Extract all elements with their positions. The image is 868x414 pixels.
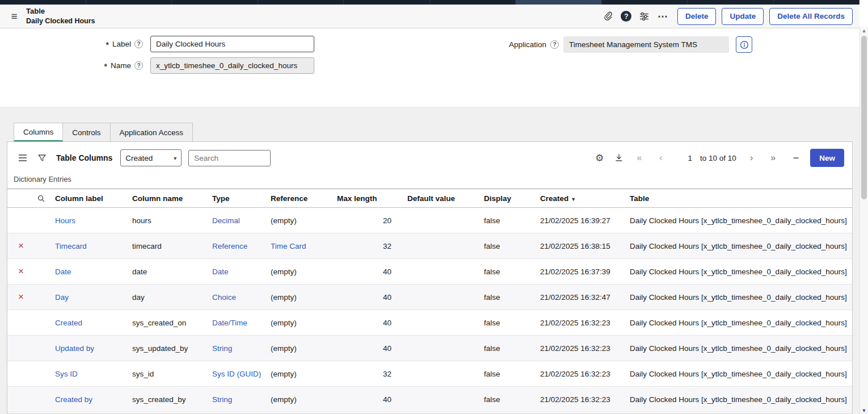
type-cell: Decimal [212,208,271,233]
new-button[interactable]: New [810,149,844,167]
vertical-scrollbar[interactable]: ▲ ▼ [859,27,868,414]
search-icon[interactable] [33,191,48,206]
list-settings-gear-icon[interactable]: ⚙ [592,150,607,165]
label-help-icon[interactable]: ? [134,40,143,48]
filter-funnel-icon[interactable] [35,150,49,165]
tab-controls[interactable]: Controls [63,123,110,142]
column-label-link[interactable]: Sys ID [55,370,78,378]
column-name-cell: sys_id [132,361,212,387]
collapse-list-icon[interactable]: − [793,152,799,164]
scrollbar-thumb[interactable] [861,36,867,199]
name-input[interactable] [150,57,314,74]
list-menu-icon[interactable] [15,150,30,165]
table-row: Updated bysys_updated_byString(empty)40f… [7,336,852,361]
header-max-length[interactable]: Max length [337,189,407,208]
header-column-name[interactable]: Column name [132,189,212,208]
header-display[interactable]: Display [484,189,540,208]
label-input[interactable] [150,36,314,52]
export-download-icon[interactable] [612,150,626,165]
header-type[interactable]: Type [212,189,271,208]
name-help-icon[interactable]: ? [134,61,143,70]
first-page-icon[interactable]: « [631,150,648,166]
column-label-link[interactable]: Updated by [55,344,94,353]
delete-row-icon[interactable]: × [18,291,24,302]
browser-tab[interactable] [172,0,258,5]
header-default-value[interactable]: Default value [407,189,484,208]
table-cell: Daily Clocked Hours [x_ytlcb_timeshee_0_… [630,259,852,285]
browser-tab[interactable] [688,0,774,5]
type-link[interactable]: String [212,395,232,404]
created-cell: 21/02/2025 16:32:23 [540,310,630,336]
application-field-text: Application [509,40,546,49]
type-link[interactable]: Choice [212,293,236,302]
delete-all-records-button[interactable]: Delete All Records [769,8,853,25]
browser-tab[interactable] [0,0,86,5]
type-link[interactable]: Sys ID (GUID) [212,370,261,378]
column-label-link[interactable]: Hours [55,216,75,225]
delete-row-icon[interactable]: × [18,240,24,251]
table-cell: Daily Clocked Hours [x_ytlcb_timeshee_0_… [630,233,852,259]
ellipsis-icon: ⋯ [658,10,668,23]
reference-cell: (empty) [271,310,337,336]
application-info-button[interactable] [736,36,752,53]
header-table[interactable]: Table [630,189,852,208]
type-link[interactable]: Date/Time [212,319,247,327]
header-reference[interactable]: Reference [271,189,337,208]
delete-button[interactable]: Delete [677,8,717,25]
list-search-input[interactable] [188,150,271,166]
menu-icon[interactable]: ≡ [7,10,22,23]
last-page-icon[interactable]: » [765,150,782,166]
previous-page-icon[interactable]: ‹ [652,150,669,166]
column-label-link[interactable]: Created [55,319,82,327]
browser-tab[interactable] [344,0,430,5]
table-cell: Daily Clocked Hours [x_ytlcb_timeshee_0_… [630,310,852,336]
browser-tab-active[interactable] [516,0,602,5]
help-icon[interactable]: ? [617,8,635,25]
table-cell: Daily Clocked Hours [x_ytlcb_timeshee_0_… [630,336,852,361]
current-row-input[interactable]: 1 [674,154,696,162]
scroll-down-icon[interactable]: ▼ [860,408,868,413]
browser-tab[interactable] [602,0,688,5]
column-label-link[interactable]: Day [55,293,69,302]
display-cell: false [484,387,540,412]
record-titles: Table Daily Clocked Hours [26,7,95,26]
name-field-text: Name [111,61,131,70]
browser-tab[interactable] [86,0,172,5]
display-cell: false [484,361,540,387]
column-label-link[interactable]: Timecard [55,242,87,250]
more-actions-icon[interactable]: ⋯ [654,8,672,25]
required-icon: * [106,40,109,49]
column-label-link[interactable]: Created by [55,395,92,404]
application-value: Timesheet Management System TMS [563,36,729,53]
application-help-icon[interactable]: ? [550,40,559,49]
type-link[interactable]: Reference [212,242,247,250]
display-cell: false [484,285,540,310]
column-label-link[interactable]: Date [55,267,71,276]
scroll-up-icon[interactable]: ▲ [860,28,868,34]
delete-row-icon[interactable]: × [18,266,24,277]
tab-application-access[interactable]: Application Access [111,123,193,142]
browser-tab[interactable] [774,0,860,5]
header-created[interactable]: Created▼ [540,189,630,208]
type-link[interactable]: String [212,344,232,353]
type-link[interactable]: Decimal [212,216,240,225]
table-row: Created bysys_created_byString(empty)40f… [7,387,852,412]
browser-tab[interactable] [430,0,516,5]
personalize-sliders-icon[interactable] [635,8,654,25]
tab-columns[interactable]: Columns [14,123,63,142]
sort-column-dropdown[interactable]: Created ▾ [120,149,182,166]
reference-value: (empty) [271,319,297,327]
attachment-icon[interactable] [599,8,617,25]
next-page-icon[interactable]: › [743,150,760,166]
created-cell: 21/02/2025 16:37:39 [540,259,630,285]
reference-cell: (empty) [271,285,337,310]
header-column-label[interactable]: Column label [55,189,132,208]
type-link[interactable]: Date [212,267,229,276]
type-cell: String [212,387,271,412]
reference-value: (empty) [271,267,297,276]
reference-link[interactable]: Time Card [271,242,306,250]
table-row: ×DaydayChoice(empty)40false21/02/2025 16… [7,285,852,310]
browser-tab[interactable] [258,0,344,5]
reference-cell: (empty) [271,361,337,387]
update-button[interactable]: Update [722,8,764,25]
